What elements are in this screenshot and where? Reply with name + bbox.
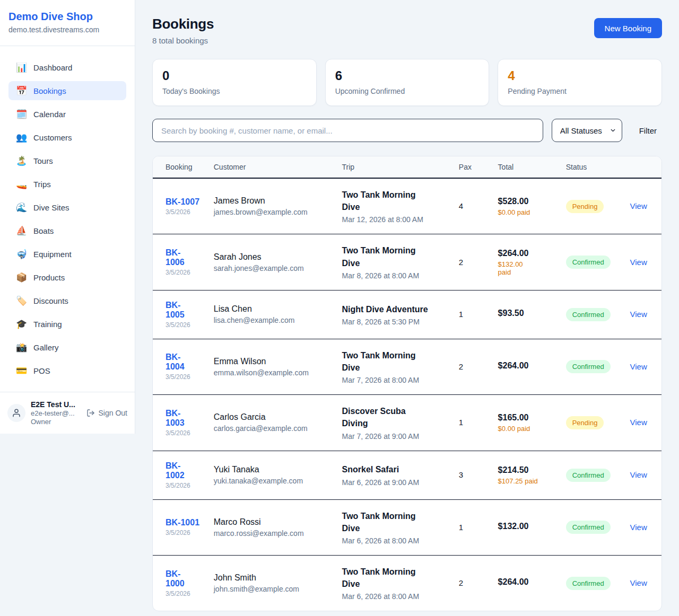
table-header: Booking Customer Trip Pax Total Status <box>153 156 661 178</box>
booking-id-link[interactable]: BK-1004 <box>166 353 205 372</box>
sidebar-item-training[interactable]: 🎓 Training <box>8 314 126 333</box>
user-icon <box>12 408 21 418</box>
col-header-status: Status <box>566 156 630 178</box>
sidebar-item-gallery[interactable]: 📸 Gallery <box>8 338 126 357</box>
sidebar-item-pos[interactable]: 💳 POS <box>8 361 126 380</box>
sidebar-item-dashboard[interactable]: 📊 Dashboard <box>8 58 126 77</box>
trip-name: Two Tank Morning Dive <box>342 510 429 534</box>
user-box: E2E Test U... e2e-tester@... Owner Sign … <box>0 392 135 434</box>
customer-name: Marco Rossi <box>214 517 334 527</box>
trip-name: Snorkel Safari <box>342 463 429 476</box>
booking-id-link[interactable]: BK-1007 <box>166 197 199 206</box>
filter-button[interactable]: Filter <box>634 123 662 138</box>
status-badge: Pending <box>566 200 604 213</box>
sidebar-item-boats[interactable]: ⛵ Boats <box>8 221 126 240</box>
col-header-actions <box>630 156 661 178</box>
main-content: Bookings 8 total bookings New Booking 0 … <box>135 0 679 616</box>
status-badge: Confirmed <box>566 360 611 373</box>
stat-card: 0 Today's Bookings <box>152 59 317 106</box>
sidebar-item-label: Equipment <box>33 250 72 259</box>
sidebar-item-label: Bookings <box>33 86 66 95</box>
booking-date: 3/5/2026 <box>166 208 205 216</box>
booking-date: 3/5/2026 <box>166 590 205 597</box>
status-badge: Confirmed <box>566 521 611 534</box>
search-input[interactable] <box>152 119 543 142</box>
sidebar-item-trips[interactable]: 🚤 Trips <box>8 174 126 193</box>
new-booking-button[interactable]: New Booking <box>594 18 662 38</box>
customer-name: Carlos Garcia <box>214 412 334 422</box>
sidebar-item-products[interactable]: 📦 Products <box>8 268 126 287</box>
col-header-pax: Pax <box>459 156 498 178</box>
sidebar-item-discounts[interactable]: 🏷️ Discounts <box>8 291 126 310</box>
trip-datetime: Mar 6, 2026 at 8:00 AM <box>342 536 450 545</box>
sign-out-button[interactable]: Sign Out <box>86 409 127 417</box>
sidebar-item-dive-sites[interactable]: 🌊 Dive Sites <box>8 198 126 217</box>
stat-value: 4 <box>508 68 652 83</box>
view-link[interactable]: View <box>630 578 647 587</box>
brand-name: Demo Dive Shop <box>8 11 126 23</box>
view-link[interactable]: View <box>630 523 647 532</box>
booking-id-link[interactable]: BK-1001 <box>166 518 199 527</box>
view-link[interactable]: View <box>630 362 647 371</box>
stats-row: 0 Today's Bookings 6 Upcoming Confirmed … <box>152 59 662 106</box>
col-header-booking: Booking <box>153 156 214 178</box>
bookings-table-card: Booking Customer Trip Pax Total Status B… <box>152 156 662 611</box>
sidebar-item-label: Calendar <box>33 110 66 119</box>
table-row: BK-1006 3/5/2026 Sarah Jones sarah.jones… <box>153 234 661 290</box>
sidebar: Demo Dive Shop demo.test.divestreams.com… <box>0 0 135 434</box>
sidebar-item-equipment[interactable]: 🤿 Equipment <box>8 244 126 263</box>
view-link[interactable]: View <box>630 418 647 427</box>
stat-value: 0 <box>162 68 307 83</box>
trip-datetime: Mar 7, 2026 at 9:00 AM <box>342 432 450 441</box>
booking-id-link[interactable]: BK-1005 <box>166 301 205 320</box>
table-row: BK-1004 3/5/2026 Emma Wilson emma.wilson… <box>153 339 661 394</box>
booking-id-link[interactable]: BK-1000 <box>166 569 205 588</box>
col-header-trip: Trip <box>342 156 459 178</box>
sidebar-item-customers[interactable]: 👥 Customers <box>8 128 126 147</box>
status-select-wrap: All Statuses <box>552 119 622 142</box>
page-title-block: Bookings 8 total bookings <box>152 16 214 45</box>
status-badge: Confirmed <box>566 256 611 269</box>
sidebar-item-calendar[interactable]: 🗓️ Calendar <box>8 104 126 124</box>
status-badge: Confirmed <box>566 577 611 590</box>
customer-name: Sarah Jones <box>214 252 334 262</box>
sidebar-item-label: Discounts <box>33 296 68 305</box>
stat-label: Pending Payment <box>508 87 652 95</box>
sidebar-item-label: Tours <box>33 156 53 165</box>
total-amount: $132.00 <box>498 522 558 531</box>
paid-amount: $0.00 paid <box>498 425 551 433</box>
pax-count: 3 <box>459 470 463 479</box>
booking-date: 3/5/2026 <box>166 269 205 276</box>
total-amount: $264.00 <box>498 577 558 587</box>
status-badge: Confirmed <box>566 308 611 321</box>
stat-value: 6 <box>335 68 480 83</box>
booking-date: 3/5/2026 <box>166 373 205 381</box>
wave-icon: 🌊 <box>16 202 27 213</box>
status-select[interactable]: All Statuses <box>552 119 622 142</box>
package-icon: 📦 <box>16 272 27 283</box>
paid-amount: $132.00paid <box>498 260 551 276</box>
status-badge: Confirmed <box>566 469 611 482</box>
trip-datetime: Mar 8, 2026 at 8:00 AM <box>342 271 450 280</box>
sidebar-item-tours[interactable]: 🏝️ Tours <box>8 151 126 170</box>
booking-date: 3/5/2026 <box>166 429 205 437</box>
booking-id-link[interactable]: BK-1006 <box>166 248 205 267</box>
view-link[interactable]: View <box>630 258 647 267</box>
customer-name: Emma Wilson <box>214 357 334 366</box>
booking-id-link[interactable]: BK-1002 <box>166 461 205 480</box>
view-link[interactable]: View <box>630 470 647 479</box>
credit-card-icon: 💳 <box>16 365 27 376</box>
sidebar-item-label: Dashboard <box>33 63 72 72</box>
sidebar-item-bookings[interactable]: 📅 Bookings <box>8 81 126 100</box>
view-link[interactable]: View <box>630 201 647 210</box>
trip-name: Two Tank Morning Dive <box>342 244 429 269</box>
customer-name: James Brown <box>214 196 334 206</box>
camera-icon: 📸 <box>16 342 27 353</box>
booking-id-link[interactable]: BK-1003 <box>166 409 205 428</box>
view-link[interactable]: View <box>630 310 647 319</box>
table-row: BK-1001 3/5/2026 Marco Rossi marco.rossi… <box>153 499 661 555</box>
paid-amount: $0.00 paid <box>498 208 551 216</box>
trip-name: Two Tank Morning Dive <box>342 349 429 374</box>
speedboat-icon: 🚤 <box>16 179 27 190</box>
customer-email: james.brown@example.com <box>214 208 334 216</box>
